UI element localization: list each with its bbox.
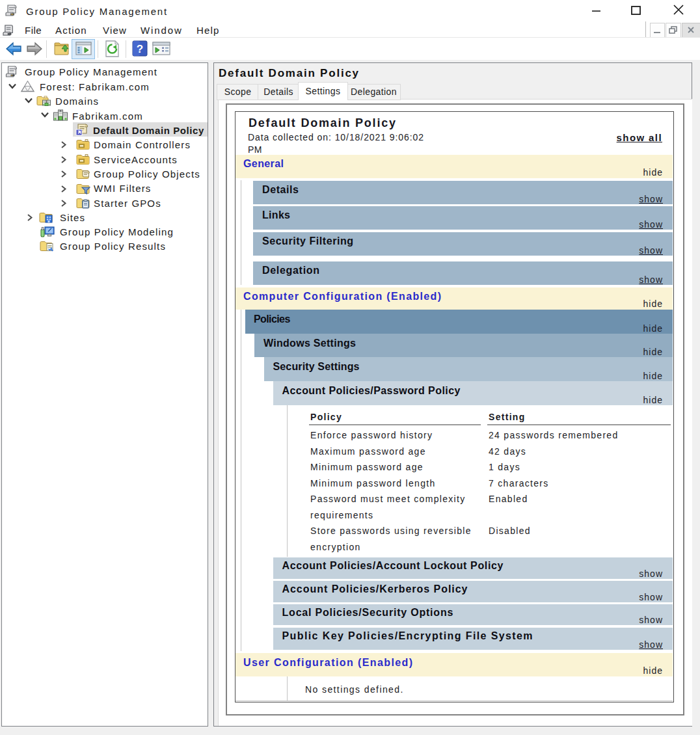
svg-text:?: ? — [137, 43, 143, 55]
